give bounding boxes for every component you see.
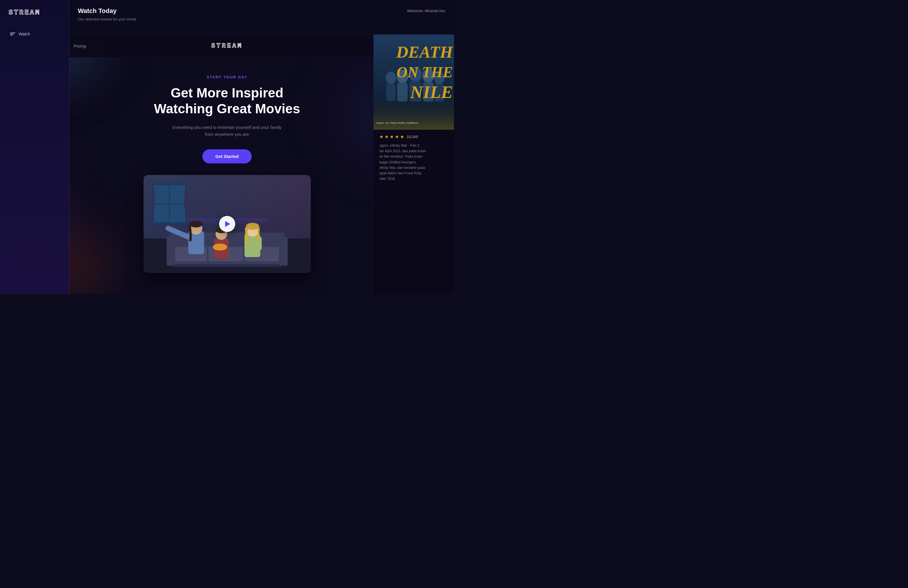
star-1: ★ bbox=[379, 134, 383, 140]
top-info-content: Watch Today Our selected movies for your… bbox=[78, 7, 401, 21]
movie-description: ngers: Infinity War - Part 2. lan April … bbox=[379, 143, 448, 182]
sidebar-separator bbox=[69, 0, 69, 294]
hero-title-line1: Get More Inspired bbox=[154, 85, 300, 101]
svg-point-23 bbox=[213, 243, 227, 250]
hero-subtitle: Everything you need to entertain yoursel… bbox=[169, 124, 285, 138]
play-icon bbox=[225, 221, 230, 227]
get-started-button[interactable]: Get Started bbox=[202, 149, 252, 163]
welcome-message: Welcome, Miranda Nur bbox=[407, 9, 445, 13]
star-3: ★ bbox=[390, 134, 394, 140]
movie-poster: DEATH ON THE NILE ONLY IN THEATERS FEBRU… bbox=[374, 35, 454, 130]
hero-title: Get More Inspired Watching Great Movies bbox=[154, 85, 300, 117]
sidebar-item-watch-label: Watch bbox=[19, 32, 30, 36]
layers-icon bbox=[10, 31, 15, 37]
svg-rect-14 bbox=[167, 237, 175, 266]
desc-line5: nfinity War, dan berakhir pada bbox=[379, 165, 448, 171]
star-4: ★ bbox=[395, 134, 399, 140]
play-button[interactable] bbox=[219, 216, 235, 232]
desc-line6: ayah Metro dan Pusat Kota bbox=[379, 171, 448, 176]
svg-text:DEATH: DEATH bbox=[396, 43, 453, 61]
hero-title-line2: Watching Great Movies bbox=[154, 101, 300, 117]
svg-rect-15 bbox=[279, 237, 288, 266]
svg-text:ONLY IN THEATERS FEBRUA: ONLY IN THEATERS FEBRUA bbox=[377, 122, 419, 124]
svg-text:NILE: NILE bbox=[410, 82, 453, 102]
sidebar-item-watch[interactable]: Watch bbox=[6, 28, 63, 40]
movie-rating: ★ ★ ★ ★ ★ 18,049 bbox=[379, 134, 448, 140]
poster-illustration: DEATH ON THE NILE ONLY IN THEATERS FEBRU… bbox=[374, 35, 454, 130]
right-panel: DEATH ON THE NILE ONLY IN THEATERS FEBRU… bbox=[373, 35, 454, 294]
hero-tag: START YOUR DAY bbox=[207, 75, 247, 79]
top-info-title: Watch Today bbox=[78, 7, 401, 15]
star-5-half: ★ bbox=[400, 134, 404, 140]
movie-info: ★ ★ ★ ★ ★ 18,049 ngers: Infinity War - P… bbox=[374, 130, 454, 186]
desc-line2: lan April 2015, dan pada bulan bbox=[379, 148, 448, 154]
video-preview bbox=[143, 175, 311, 273]
svg-text:ON THE: ON THE bbox=[397, 64, 453, 81]
sidebar-logo: STREAM bbox=[0, 6, 69, 25]
star-2: ★ bbox=[385, 134, 388, 140]
nav-pricing[interactable]: Pricing bbox=[74, 44, 86, 48]
main-logo: STREAM bbox=[211, 42, 243, 50]
rating-count: 18,049 bbox=[406, 135, 418, 139]
top-info-subtitle: Our selected movies for your mood bbox=[78, 17, 401, 21]
top-info-bar: Watch Today Our selected movies for your… bbox=[69, 0, 454, 35]
desc-line7: nber 2018. bbox=[379, 176, 448, 182]
svg-point-31 bbox=[386, 71, 396, 84]
desc-line3: ah film tersebut. Pada bulan bbox=[379, 154, 448, 159]
sidebar: STREAM Watch bbox=[0, 0, 69, 294]
sidebar-navigation: Watch bbox=[0, 25, 69, 43]
desc-line4: bagai Untitled Avengers. bbox=[379, 159, 448, 165]
desc-line1: ngers: Infinity War - Part 2. bbox=[379, 143, 448, 148]
